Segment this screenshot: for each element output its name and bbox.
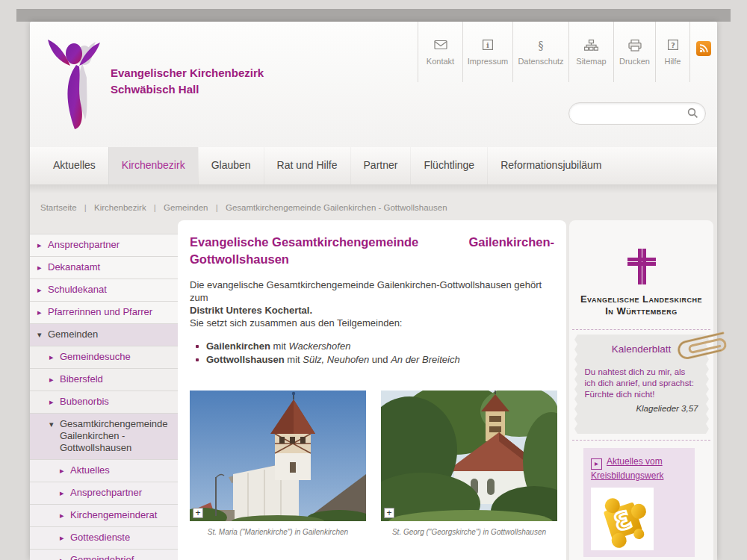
search-box (568, 102, 706, 125)
sitemap-icon (569, 40, 613, 53)
breadcrumb-kirchenbezirk[interactable]: Kirchenbezirk (94, 203, 146, 212)
sidebar-item-pfarrerinnen[interactable]: Pfarrerinnen und Pfarrer (30, 302, 179, 324)
site-title-line1: Evangelischer Kirchenbezirk (111, 65, 264, 81)
landeskirche-text: Evangelische Landeskirche In Württemberg (569, 293, 713, 317)
sidebar-item-bibersfeld[interactable]: Bibersfeld (30, 369, 179, 391)
figure-caption: St. Maria ("Marienkirche") in Gailenkirc… (190, 528, 366, 536)
georgskirche-photo[interactable]: + (381, 391, 557, 521)
rss-icon[interactable] (696, 41, 711, 56)
breadcrumb: Startseite | Kirchenbezirk | Gemeinden |… (40, 203, 447, 212)
page-title-part1: Evangelische Gesamtkirchengemeinde (190, 234, 418, 251)
page-body: Startseite | Kirchenbezirk | Gemeinden |… (30, 184, 717, 560)
site-title: Evangelischer Kirchenbezirk Schwäbisch H… (111, 65, 264, 98)
intro-bold: Distrikt Unteres Kochertal. (190, 305, 312, 316)
content-panel: Evangelische Gesamtkirchengemeinde Gaile… (178, 220, 566, 560)
double-cross-icon (627, 249, 656, 284)
kreisbildungswerk-widget: Aktuelles vom Kreisbildungswerk Ɛ (583, 448, 695, 557)
page-shell: Evangelischer Kirchenbezirk Schwäbisch H… (30, 22, 717, 560)
list-item: Gailenkirchen mit Wackershofen (194, 340, 554, 353)
sidebar-item-ansprechpartner-sub[interactable]: Ansprechpartner (30, 482, 179, 505)
utility-sitemap[interactable]: Sitemap (568, 22, 613, 82)
site-logo[interactable] (42, 35, 111, 135)
svg-text:§: § (539, 40, 544, 52)
breadcrumb-startseite[interactable]: Startseite (40, 203, 77, 212)
puzzle-piece-image[interactable]: Ɛ (591, 488, 654, 550)
landeskirche-logo[interactable]: Evangelische Landeskirche In Württemberg (569, 220, 713, 317)
utility-label: Hilfe (656, 57, 689, 66)
breadcrumb-separator: | (84, 203, 87, 212)
figure-georgskirche: + St. Georg ("Georgskirche") in Gottwoll… (381, 391, 557, 536)
intro-line1: Die evangelische Gesamtkirchengemeinde G… (190, 279, 554, 304)
utility-label: Sitemap (569, 57, 613, 66)
top-gray-bar (16, 9, 731, 22)
site-title-line2: Schwäbisch Hall (111, 81, 264, 98)
utility-drucken[interactable]: Drucken (613, 22, 655, 82)
sidebar-item-schuldekanat[interactable]: Schuldekanat (30, 279, 179, 302)
left-menu: Ansprechpartner Dekanatamt Schuldekanat … (30, 234, 179, 560)
church-figures: + St. Maria ("Marienkirche") in Gailenki… (190, 391, 554, 536)
svg-text:i: i (486, 41, 489, 49)
breadcrumb-current: Gesamtkirchengemeinde Gailenkirchen - Go… (226, 203, 447, 212)
sidebar-item-gesamtkirchengemeinde[interactable]: Gesamtkirchengemeinde Gailenkirchen - Go… (30, 414, 179, 460)
utility-hilfe[interactable]: ? Hilfe (655, 22, 690, 82)
zoom-plus-button[interactable]: + (193, 508, 203, 518)
sidebar-item-bubenorbis[interactable]: Bubenorbis (30, 391, 179, 414)
figure-marienkirche: + St. Maria ("Marienkirche") in Gailenki… (190, 391, 366, 536)
utility-label: Datenschutz (513, 57, 568, 66)
nav-glauben[interactable]: Glauben (198, 147, 264, 184)
zoom-plus-button[interactable]: + (384, 508, 394, 518)
sidebar-item-gemeindebrief[interactable]: Gemeindebrief (30, 550, 179, 560)
mail-icon (418, 40, 462, 53)
breadcrumb-separator: | (216, 203, 218, 212)
kalenderblatt-verse: Du nahtest dich zu mir, als ich dich anr… (574, 367, 709, 400)
nav-partner[interactable]: Partner (350, 147, 411, 184)
utility-datenschutz[interactable]: § Datenschutz (512, 22, 568, 82)
info-icon: i (463, 40, 512, 53)
sidebar-item-kirchengemeinderat[interactable]: Kirchengemeinderat (30, 505, 179, 527)
figure-caption: St. Georg ("Georgskirche") in Gottwollsh… (381, 528, 557, 536)
play-icon (591, 458, 602, 470)
sidebar-item-gottesdienste[interactable]: Gottesdienste (30, 527, 179, 550)
sidebar-item-dekanatamt[interactable]: Dekanatamt (30, 257, 179, 279)
utility-impressum[interactable]: i Impressum (462, 22, 512, 82)
nav-kirchenbezirk[interactable]: Kirchenbezirk (108, 147, 198, 184)
nav-reformationsjubilaeum[interactable]: Reformationsjubiläum (487, 147, 614, 184)
breadcrumb-gemeinden[interactable]: Gemeinden (164, 203, 208, 212)
page-title-part3: Gottwollshausen (190, 251, 554, 268)
right-panel: Evangelische Landeskirche In Württemberg… (569, 220, 713, 560)
kalenderblatt-source: Klagelieder 3,57 (574, 404, 709, 413)
utility-label: Kontakt (418, 57, 462, 66)
parish-list: Gailenkirchen mit Wackershofen Gottwolls… (194, 340, 554, 367)
utility-kontakt[interactable]: Kontakt (418, 22, 462, 82)
sidebar-item-ansprechpartner[interactable]: Ansprechpartner (30, 234, 179, 257)
search-icon[interactable] (687, 108, 698, 122)
sidebar-item-gemeinden[interactable]: Gemeinden (30, 324, 179, 346)
page-title: Evangelische Gesamtkirchengemeinde Gaile… (190, 234, 554, 268)
search-input[interactable] (578, 106, 686, 121)
sidebar-item-gemeindesuche[interactable]: Gemeindesuche (30, 346, 179, 369)
intro-line2: Sie setzt sich zusammen aus den Teilgeme… (190, 317, 554, 329)
page-title-part2: Gailenkirchen- (468, 234, 554, 251)
utility-label: Impressum (463, 57, 512, 66)
utility-label: Drucken (614, 57, 655, 66)
sidebar-item-aktuelles[interactable]: Aktuelles (30, 460, 179, 482)
nav-rat-und-hilfe[interactable]: Rat und Hilfe (264, 147, 350, 184)
kalenderblatt-widget: Kalenderblatt Du nahtest dich zu mir, al… (572, 329, 710, 441)
help-icon: ? (656, 40, 689, 53)
printer-icon (614, 40, 655, 53)
nav-fluechtlinge[interactable]: Flüchtlinge (410, 147, 487, 184)
site-header: Evangelischer Kirchenbezirk Schwäbisch H… (30, 22, 717, 147)
main-nav: Aktuelles Kirchenbezirk Glauben Rat und … (30, 147, 717, 185)
paragraph-icon: § (513, 40, 568, 53)
utility-nav: Kontakt i Impressum § Datenschutz Sitema… (418, 22, 690, 82)
nav-aktuelles[interactable]: Aktuelles (40, 147, 108, 184)
marienkirche-photo[interactable]: + (190, 391, 366, 521)
intro-text: Die evangelische Gesamtkirchengemeinde G… (190, 279, 554, 329)
svg-text:?: ? (671, 41, 675, 49)
list-item: Gottwollshausen mit Sülz, Neuhofen und A… (194, 353, 554, 367)
paperclip-icon (666, 320, 736, 371)
breadcrumb-separator: | (154, 203, 156, 212)
